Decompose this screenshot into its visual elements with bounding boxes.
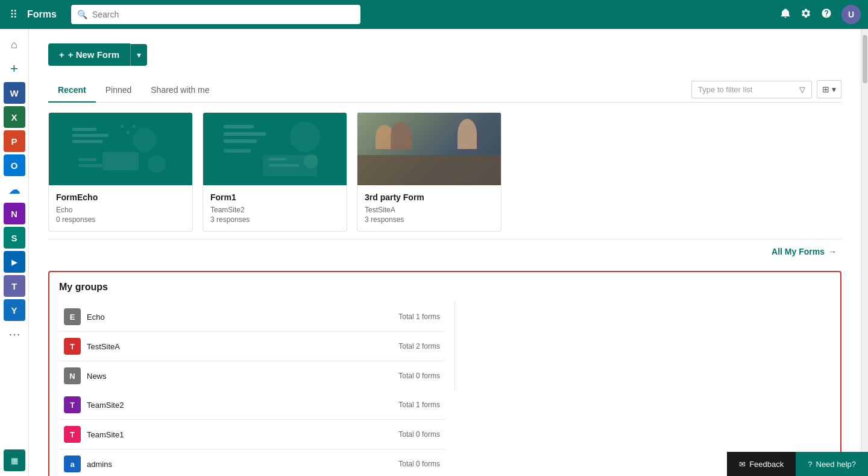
svg-point-17 xyxy=(290,122,320,152)
search-box: 🔍 xyxy=(71,5,360,24)
sidebar-item-more[interactable]: ⋯ xyxy=(4,323,25,345)
sidebar-item-yammer[interactable]: Y xyxy=(4,299,25,321)
sidebar-bottom: ▦ xyxy=(4,449,25,471)
photo-bg xyxy=(357,113,501,185)
scrollbar[interactable] xyxy=(861,29,868,476)
card-info-formecho: FormEcho Echo 0 responses xyxy=(49,185,192,231)
sidebar-item-onenote[interactable]: N xyxy=(4,203,25,224)
svg-rect-12 xyxy=(133,125,136,128)
svg-point-19 xyxy=(304,154,318,168)
svg-rect-7 xyxy=(78,158,96,161)
card-site-formecho: Echo xyxy=(56,206,185,214)
group-forms-admins: Total 0 forms xyxy=(398,460,440,468)
group-item-echo[interactable]: E Echo Total 1 forms xyxy=(59,302,445,332)
sidebar-item-onedrive[interactable]: ☁ xyxy=(4,179,25,200)
all-my-forms-arrow: → xyxy=(828,247,837,256)
sidebar-item-teams[interactable]: T xyxy=(4,275,25,297)
svg-rect-4 xyxy=(72,140,102,143)
group-name-teamsite1: TeamSite1 xyxy=(87,430,392,439)
svg-rect-11 xyxy=(127,131,130,134)
group-item-teamsite1[interactable]: T TeamSite1 Total 0 forms xyxy=(59,420,445,449)
group-avatar-testsite-a: T xyxy=(64,338,81,355)
my-groups-section: My groups E Echo Total 1 forms T TestSit… xyxy=(48,271,841,476)
new-form-dropdown-button[interactable]: ▾ xyxy=(130,44,147,66)
tab-recent[interactable]: Recent xyxy=(48,80,96,103)
form-card-form1[interactable]: Form1 TeamSite2 3 responses xyxy=(203,112,347,232)
all-my-forms-label: All My Forms xyxy=(772,247,825,256)
sidebar-item-excel[interactable]: X xyxy=(4,106,25,128)
svg-rect-21 xyxy=(269,164,299,167)
group-avatar-news: N xyxy=(64,367,81,384)
tab-pinned[interactable]: Pinned xyxy=(96,80,142,103)
top-nav: ⠿ Forms 🔍 U xyxy=(0,0,868,29)
waffle-icon[interactable]: ⠿ xyxy=(7,5,20,24)
photo-bottom xyxy=(357,155,501,185)
forms-cards-grid: FormEcho Echo 0 responses xyxy=(48,112,841,232)
group-avatar-admins: a xyxy=(64,455,81,472)
sidebar-item-home[interactable]: ⌂ xyxy=(4,34,25,56)
sidebar: ⌂ + W X P O ☁ N S ▶ T Y ⋯ ▦ xyxy=(0,29,29,476)
tab-shared[interactable]: Shared with me xyxy=(141,80,219,103)
card-thumbnail-form1 xyxy=(203,113,347,185)
form-card-3rdparty[interactable]: 3rd party Form TestSiteA 3 responses xyxy=(357,112,502,232)
sidebar-item-power-automate[interactable]: ▶ xyxy=(4,251,25,273)
sidebar-item-add[interactable]: + xyxy=(4,58,25,80)
all-my-forms-link[interactable]: All My Forms → xyxy=(772,247,837,256)
card-responses-3rdparty: 3 responses xyxy=(365,215,494,224)
search-input[interactable] xyxy=(92,10,354,19)
group-item-testsite-a[interactable]: T TestSiteA Total 2 forms xyxy=(59,332,445,361)
card-responses-formecho: 0 responses xyxy=(56,215,185,224)
notifications-icon[interactable] xyxy=(780,8,791,21)
svg-point-9 xyxy=(148,155,166,173)
group-item-teamsite2[interactable]: T TeamSite2 Total 1 forms xyxy=(59,390,445,420)
avatar[interactable]: U xyxy=(841,5,861,24)
group-avatar-teamsite1: T xyxy=(64,426,81,443)
all-forms-link-row: All My Forms → xyxy=(48,247,841,256)
group-avatar-teamsite2: T xyxy=(64,396,81,413)
svg-rect-8 xyxy=(78,164,102,167)
sidebar-item-word[interactable]: W xyxy=(4,82,25,104)
help-icon[interactable] xyxy=(821,8,832,21)
divider xyxy=(48,239,841,240)
sidebar-item-forms[interactable]: ▦ xyxy=(4,449,25,471)
filter-placeholder: Type to filter list xyxy=(698,85,752,94)
card-thumbnail-formecho xyxy=(49,113,192,185)
svg-rect-20 xyxy=(269,158,287,160)
feedback-button[interactable]: ✉ Feedback xyxy=(727,452,796,476)
svg-point-5 xyxy=(133,128,157,152)
need-help-button[interactable]: ? Need help? xyxy=(796,452,868,476)
sidebar-item-outlook[interactable]: O xyxy=(4,154,25,176)
group-name-teamsite2: TeamSite2 xyxy=(87,401,392,410)
group-item-news[interactable]: N News Total 0 forms xyxy=(59,361,445,390)
svg-rect-6 xyxy=(102,152,139,170)
svg-rect-2 xyxy=(72,128,96,131)
group-forms-teamsite2: Total 1 forms xyxy=(398,401,440,409)
sidebar-item-sway[interactable]: S xyxy=(4,227,25,249)
filter-input-box[interactable]: Type to filter list ▽ xyxy=(691,81,812,98)
card-title-3rdparty: 3rd party Form xyxy=(365,192,494,202)
card-title-form1: Form1 xyxy=(210,192,339,202)
group-forms-news: Total 0 forms xyxy=(398,372,440,380)
form-card-formecho[interactable]: FormEcho Echo 0 responses xyxy=(48,112,193,232)
svg-rect-15 xyxy=(224,139,257,143)
scroll-thumb[interactable] xyxy=(863,35,867,83)
group-name-news: News xyxy=(87,372,392,381)
bottom-bar: ✉ Feedback ? Need help? xyxy=(727,452,868,476)
svg-text:U: U xyxy=(848,10,854,19)
svg-rect-14 xyxy=(224,132,266,136)
card-site-form1: TeamSite2 xyxy=(210,206,339,214)
teal-pattern xyxy=(49,113,192,185)
group-name-testsite-a: TestSiteA xyxy=(87,342,392,351)
svg-rect-13 xyxy=(224,125,254,129)
settings-icon[interactable] xyxy=(800,8,811,21)
sidebar-item-powerpoint[interactable]: P xyxy=(4,130,25,152)
card-info-form1: Form1 TeamSite2 3 responses xyxy=(203,185,347,231)
help-icon: ? xyxy=(808,460,812,469)
card-info-3rdparty: 3rd party Form TestSiteA 3 responses xyxy=(357,185,501,231)
group-item-admins[interactable]: a admins Total 0 forms xyxy=(59,449,445,476)
view-toggle-button[interactable]: ⊞ ▾ xyxy=(817,80,841,98)
card-site-3rdparty: TestSiteA xyxy=(365,206,494,214)
svg-rect-16 xyxy=(224,149,251,153)
new-form-button[interactable]: + + New Form xyxy=(48,43,130,66)
group-forms-teamsite1: Total 0 forms xyxy=(398,430,440,439)
